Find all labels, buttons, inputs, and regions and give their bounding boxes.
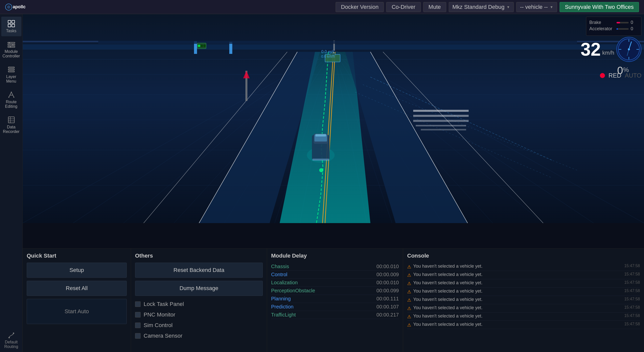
svg-point-11 xyxy=(12,44,13,45)
sidebar-item-default-routing[interactable]: DefaultRouting xyxy=(1,329,21,352)
console-entry: ⚠You haven't selected a vehicle yet.15:4… xyxy=(407,296,640,304)
svg-rect-4 xyxy=(12,20,15,23)
svg-rect-9 xyxy=(8,46,15,47)
console-timestamp: 15:47:58 xyxy=(624,280,640,285)
module-row: PerceptionObstacle00:00.099 xyxy=(271,287,399,295)
svg-point-1 xyxy=(7,5,10,9)
svg-rect-80 xyxy=(421,129,466,130)
console-entry: ⚠You haven't selected a vehicle yet.15:4… xyxy=(407,312,640,321)
module-row: Planning00:00.111 xyxy=(271,295,399,303)
warning-icon: ⚠ xyxy=(407,306,411,311)
svg-rect-64 xyxy=(23,41,98,42)
console-entry: ⚠You haven't selected a vehicle yet.15:4… xyxy=(407,304,640,312)
module-row: TrafficLight00:00.217 xyxy=(271,311,399,319)
console-timestamp: 15:47:58 xyxy=(624,264,640,268)
main-3d-view[interactable]: 0.0 m/s 0.0 km/h xyxy=(23,14,644,223)
svg-point-68 xyxy=(201,45,203,47)
speed-panel: Brake 0 Accelerator 0 xyxy=(586,17,641,36)
checkbox-box xyxy=(135,323,141,328)
module-row: Chassis00:00.010 xyxy=(271,263,399,271)
svg-rect-6 xyxy=(12,24,15,27)
svg-point-24 xyxy=(13,333,14,334)
console-timestamp: 15:47:58 xyxy=(624,289,640,293)
setup-button[interactable]: Setup xyxy=(27,263,127,278)
status-bar: RED AUTO xyxy=(600,72,641,79)
warning-icon: ⚠ xyxy=(407,264,411,270)
sidebar-item-tasks[interactable]: Tasks xyxy=(1,17,21,36)
mute-button[interactable]: Mute xyxy=(423,2,446,12)
chevron-down-icon: ▼ xyxy=(550,5,553,9)
pnc-monitor-checkbox[interactable]: PNC Monitor xyxy=(135,309,263,320)
accel-track xyxy=(617,28,629,30)
topbar: apollo Docker Version Co-Driver Mute Mkz… xyxy=(0,0,644,14)
sidebar-item-data-recorder[interactable]: DataRecorder xyxy=(1,113,21,137)
sim-control-checkbox[interactable]: Sim Control xyxy=(135,320,263,331)
module-row: Control00:00.009 xyxy=(271,271,399,279)
svg-rect-15 xyxy=(8,67,14,68)
svg-rect-5 xyxy=(8,24,11,27)
svg-rect-13 xyxy=(8,71,14,72)
accel-bar xyxy=(617,28,618,30)
console-entry: ⚠You haven't selected a vehicle yet.15:4… xyxy=(407,279,640,288)
reset-backend-data-button[interactable]: Reset Backend Data xyxy=(135,263,263,278)
3d-canvas[interactable]: 0.0 m/s 0.0 km/h xyxy=(23,14,644,223)
model-dropdown[interactable]: Mkz Standard Debug ▼ xyxy=(449,2,514,12)
checkbox-box xyxy=(135,333,141,339)
console-text: You haven't selected a vehicle yet. xyxy=(413,272,622,277)
sidebar-item-module-controller[interactable]: ModuleController xyxy=(1,37,21,61)
accel-label: Accelerator xyxy=(589,26,615,31)
reset-all-button[interactable]: Reset All xyxy=(27,281,127,296)
sidebar: Tasks ModuleController LayerMenu RouteEd… xyxy=(0,14,23,352)
camera-sensor-checkbox[interactable]: Camera Sensor xyxy=(135,331,263,341)
sim-control-label: Sim Control xyxy=(144,322,173,329)
chevron-down-icon: ▼ xyxy=(506,5,510,9)
sidebar-item-tasks-label: Tasks xyxy=(6,29,16,33)
accel-value: 0 xyxy=(631,26,638,31)
console-entry: ⚠You haven't selected a vehicle yet.15:4… xyxy=(407,321,640,329)
location-button[interactable]: Sunnyvale With Two Offices xyxy=(560,2,639,12)
status-text: RED xyxy=(608,72,621,79)
dump-message-button[interactable]: Dump Message xyxy=(135,281,263,296)
module-name: Control xyxy=(271,272,287,277)
sidebar-item-module-label: ModuleController xyxy=(3,49,20,58)
console-text: You haven't selected a vehicle yet. xyxy=(413,264,622,269)
svg-rect-3 xyxy=(8,20,11,23)
svg-rect-85 xyxy=(315,134,326,136)
module-name: TrafficLight xyxy=(271,312,296,318)
svg-rect-86 xyxy=(312,159,329,161)
warning-icon: ⚠ xyxy=(407,289,411,295)
quick-start-panel: Quick Start Setup Reset All Start Auto xyxy=(23,249,131,352)
vehicle-dropdown[interactable]: -- vehicle -- ▼ xyxy=(516,2,557,12)
sidebar-item-data-label: DataRecorder xyxy=(3,125,20,134)
module-time: 00:00.217 xyxy=(376,312,399,318)
default-routing-label: DefaultRouting xyxy=(4,340,18,349)
module-time: 00:00.099 xyxy=(376,288,399,294)
codriver-button[interactable]: Co-Driver xyxy=(386,2,421,12)
module-delay-list: Chassis00:00.010Control00:00.009Localiza… xyxy=(271,263,399,319)
docker-version-button[interactable]: Docker Version xyxy=(336,2,384,12)
sidebar-item-layer-label: LayerMenu xyxy=(6,75,16,84)
svg-text:0.0 m/s: 0.0 m/s xyxy=(321,50,334,54)
module-name: PerceptionObstacle xyxy=(271,288,315,294)
module-name: Chassis xyxy=(271,264,289,269)
console-text: You haven't selected a vehicle yet. xyxy=(413,313,622,319)
bottom-panels: Quick Start Setup Reset All Start Auto O… xyxy=(23,248,644,352)
console-timestamp: 15:47:58 xyxy=(624,272,640,276)
sidebar-item-layer-menu[interactable]: LayerMenu xyxy=(1,62,21,87)
console-title: Console xyxy=(407,253,640,259)
auto-text: AUTO xyxy=(625,72,641,79)
svg-rect-76 xyxy=(413,110,469,112)
camera-sensor-label: Camera Sensor xyxy=(144,333,182,339)
module-time: 00:00.010 xyxy=(376,280,399,286)
console-text: You haven't selected a vehicle yet. xyxy=(413,322,622,327)
start-auto-button[interactable]: Start Auto xyxy=(27,299,127,324)
lock-task-panel-checkbox[interactable]: Lock Task Panel xyxy=(135,299,263,309)
svg-point-18 xyxy=(13,97,14,98)
svg-rect-19 xyxy=(8,117,14,123)
svg-point-16 xyxy=(11,92,12,93)
sidebar-item-route-editing[interactable]: RouteEditing xyxy=(1,88,21,112)
speed-display: 32 km/h xyxy=(581,37,641,62)
brake-label: Brake xyxy=(589,20,615,25)
console-text: You haven't selected a vehicle yet. xyxy=(413,280,622,286)
warning-icon: ⚠ xyxy=(407,314,411,320)
